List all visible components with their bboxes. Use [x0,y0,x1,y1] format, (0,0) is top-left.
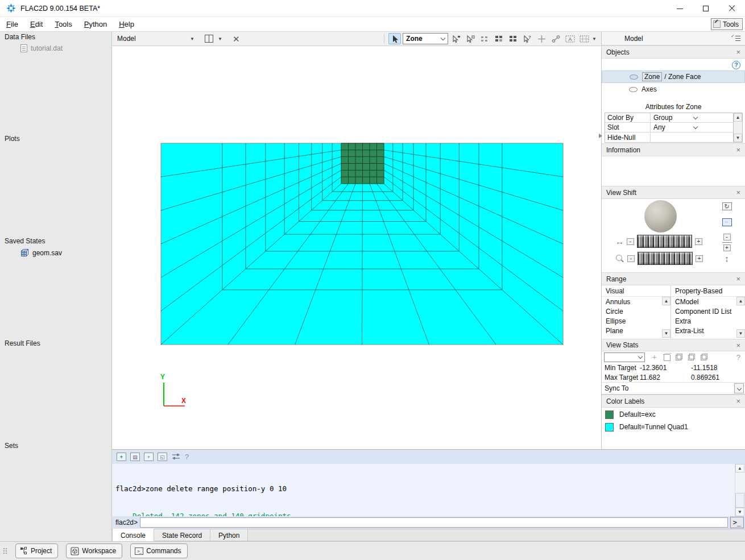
file-tutorial-dat[interactable]: tutorial.dat [20,44,63,52]
duplicate-icon[interactable] [676,354,682,360]
settings-sliders-icon[interactable] [171,453,181,461]
model-viewport[interactable]: Y X [112,46,601,449]
range-item-ellipse[interactable]: Ellipse [602,316,662,326]
scroll-up-icon[interactable]: ▲ [734,113,742,122]
drag-handle[interactable] [3,547,7,554]
object-item-axes[interactable]: Axes [602,83,745,96]
tab-console[interactable]: Console [112,529,154,541]
select-tool-button[interactable] [388,33,401,44]
range-item-annulus[interactable]: Annulus [602,297,662,306]
range-item-plane[interactable]: Plane [602,326,662,335]
view-type-select[interactable]: Model ▼ [112,35,194,43]
close-view-shift-icon[interactable]: × [736,188,740,197]
new-project-icon[interactable]: + [117,453,126,461]
scrollbar-thumb[interactable] [735,493,744,508]
close-information-icon[interactable]: × [736,146,740,154]
add-icon[interactable]: ＋ [651,352,658,362]
range-item-component-id[interactable]: Component ID List [671,306,736,316]
paste-icon[interactable] [701,354,707,360]
help-icon[interactable]: ? [736,353,740,362]
scroll-down-icon[interactable]: ▼ [662,329,670,338]
horizontal-shift-slider[interactable] [637,235,692,248]
text-annotation-button[interactable]: A [564,33,576,44]
select-some-button[interactable] [492,33,505,44]
query-tool-button[interactable]: ? [521,33,533,44]
save-icon[interactable]: ▤ [130,453,140,461]
zoom-slider[interactable] [638,252,693,265]
project-button[interactable]: Project [15,544,58,558]
shift-minus-button[interactable]: - [627,238,634,245]
menu-python[interactable]: Python [78,18,113,30]
range-item-extra[interactable]: Extra [671,316,736,326]
scroll-down-icon[interactable]: ▼ [734,134,742,142]
vertical-shift-icon[interactable]: ↕ [721,254,732,263]
rotation-trackball[interactable] [644,200,677,233]
select-add-button[interactable] [450,33,462,44]
menu-help[interactable]: Help [113,18,140,30]
scroll-up-icon[interactable]: ▲ [736,297,745,305]
zoom-out-mini-button[interactable]: - [723,234,731,240]
range-item-extra-list[interactable]: Extra-List [671,326,736,335]
select-all-button[interactable] [507,33,519,44]
add-file-icon[interactable]: + [144,453,154,461]
menu-edit[interactable]: Edit [24,18,48,30]
more-tools-chevron[interactable]: ▼ [592,36,597,42]
split-view-icon[interactable] [205,35,213,43]
shift-plus-button[interactable]: + [695,238,702,245]
scroll-down-icon[interactable]: ▼ [735,508,744,516]
scroll-down-icon[interactable]: ▼ [736,329,745,338]
visibility-eye-icon[interactable] [630,74,638,80]
scroll-up-icon[interactable]: ▲ [662,297,670,305]
split-options-chevron[interactable]: ▼ [218,36,222,42]
colorby-select[interactable]: Group [651,114,733,122]
file-geom-sav[interactable]: geom.sav [20,248,62,257]
zoom-minus-button[interactable]: - [627,255,635,262]
attributes-scrollbar[interactable]: ▲ ▼ [733,113,742,142]
link-tool-button[interactable] [549,33,562,44]
close-objects-icon[interactable]: × [736,48,740,56]
help-icon[interactable]: ? [732,61,740,69]
open-folder-icon[interactable]: ◱ [158,453,167,461]
menu-tools[interactable]: Tools [49,18,77,30]
tab-state-record[interactable]: State Record [154,529,210,541]
maximize-button[interactable] [693,0,719,17]
menu-file[interactable]: File [1,18,24,30]
item-list-icon[interactable] [732,35,740,42]
slot-select[interactable]: Any [651,123,733,131]
close-view-button[interactable]: ✕ [229,34,243,44]
sync-to-select[interactable] [734,383,744,393]
close-view-stats-icon[interactable]: × [736,341,740,350]
range-item-cmodel[interactable]: CModel [671,297,736,306]
stats-preset-select[interactable] [604,352,645,362]
select-none-button[interactable] [478,33,491,44]
close-color-labels-icon[interactable]: × [736,397,740,405]
copy-icon[interactable] [688,354,695,360]
reset-rotation-icon[interactable]: ↻ [722,202,732,210]
delete-icon[interactable] [664,354,670,361]
visual-scrollbar[interactable]: ▲ ▼ [662,297,670,338]
expand-triangle-icon[interactable] [599,134,602,138]
execute-command-button[interactable]: >_ [730,517,744,528]
close-range-icon[interactable]: × [736,275,740,283]
console-scrollbar[interactable]: ▲ ▼ [735,464,744,516]
select-remove-button[interactable] [464,33,477,44]
measure-tool-button[interactable] [535,33,548,44]
visibility-eye-icon[interactable] [629,87,638,92]
workspace-button[interactable]: Workspace [66,544,122,558]
range-item-circle[interactable]: Circle [602,306,662,316]
close-button[interactable] [719,0,745,17]
group-annotation-button[interactable] [578,33,590,44]
selection-mode-select[interactable]: Zone [403,33,448,44]
property-scrollbar[interactable]: ▲ ▼ [736,297,745,338]
tab-python[interactable]: Python [210,529,248,541]
zoom-plus-button[interactable]: + [696,255,703,262]
help-icon[interactable]: ? [185,453,189,461]
scroll-up-icon[interactable]: ▲ [735,464,744,472]
tools-panel-button[interactable]: Tools [711,18,743,30]
zoom-in-mini-button[interactable]: + [723,244,731,251]
console-input[interactable] [140,517,728,528]
center-view-icon[interactable]: ∷ [722,218,732,226]
minimize-button[interactable] [667,0,693,17]
commands-button[interactable]: >_ Commands [130,544,187,558]
object-item-zone[interactable]: Zone / Zone Face [602,70,745,83]
